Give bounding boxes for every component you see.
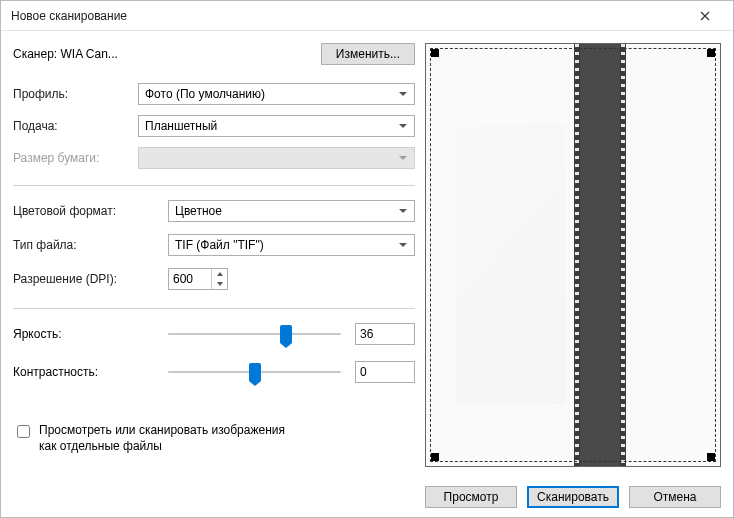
dpi-stepper[interactable]: 600 (168, 268, 228, 290)
preview-button[interactable]: Просмотр (425, 486, 517, 508)
separator (13, 185, 415, 186)
separator (13, 308, 415, 309)
color-format-select[interactable]: Цветное (168, 200, 415, 222)
crop-handle-br[interactable] (707, 453, 715, 461)
crop-handle-tl[interactable] (431, 49, 439, 57)
client-area: Сканер: WIA Can... Изменить... Профиль: … (1, 31, 733, 477)
chevron-down-icon (396, 241, 410, 249)
chevron-down-icon (396, 90, 410, 98)
brightness-label: Яркость: (13, 327, 168, 341)
paper-size-select (138, 147, 415, 169)
scan-dialog: Новое сканирование Сканер: WIA Can... Из… (0, 0, 734, 518)
crop-marquee[interactable] (430, 48, 716, 462)
separate-files-checkbox[interactable] (17, 425, 30, 438)
source-label: Подача: (13, 119, 138, 133)
dpi-label: Разрешение (DPI): (13, 272, 168, 286)
contrast-label: Контрастность: (13, 365, 168, 379)
settings-panel: Сканер: WIA Can... Изменить... Профиль: … (13, 43, 415, 467)
dpi-up[interactable] (212, 269, 227, 279)
brightness-thumb[interactable] (280, 325, 292, 343)
source-select[interactable]: Планшетный (138, 115, 415, 137)
file-type-select[interactable]: TIF (Файл "TIF") (168, 234, 415, 256)
profile-label: Профиль: (13, 87, 138, 101)
close-button[interactable] (685, 1, 725, 30)
chevron-down-icon (396, 122, 410, 130)
titlebar: Новое сканирование (1, 1, 733, 31)
brightness-slider[interactable] (168, 324, 341, 344)
scanner-label: Сканер: WIA Can... (13, 47, 321, 61)
footer: Просмотр Сканировать Отмена (1, 477, 733, 517)
preview-area[interactable] (425, 43, 721, 467)
preview-panel (425, 43, 721, 467)
color-format-label: Цветовой формат: (13, 204, 168, 218)
chevron-down-icon (396, 207, 410, 215)
cancel-button[interactable]: Отмена (629, 486, 721, 508)
crop-handle-tr[interactable] (707, 49, 715, 57)
profile-select[interactable]: Фото (По умолчанию) (138, 83, 415, 105)
contrast-thumb[interactable] (249, 363, 261, 381)
contrast-slider[interactable] (168, 362, 341, 382)
brightness-value[interactable]: 36 (355, 323, 415, 345)
contrast-value[interactable]: 0 (355, 361, 415, 383)
crop-handle-bl[interactable] (431, 453, 439, 461)
close-icon (700, 11, 710, 21)
window-title: Новое сканирование (11, 9, 685, 23)
change-scanner-button[interactable]: Изменить... (321, 43, 415, 65)
file-type-label: Тип файла: (13, 238, 168, 252)
separate-files-label: Просмотреть или сканировать изображения … (39, 423, 299, 454)
scan-button[interactable]: Сканировать (527, 486, 619, 508)
paper-size-label: Размер бумаги: (13, 151, 138, 165)
chevron-down-icon (396, 154, 410, 162)
dpi-down[interactable] (212, 279, 227, 289)
